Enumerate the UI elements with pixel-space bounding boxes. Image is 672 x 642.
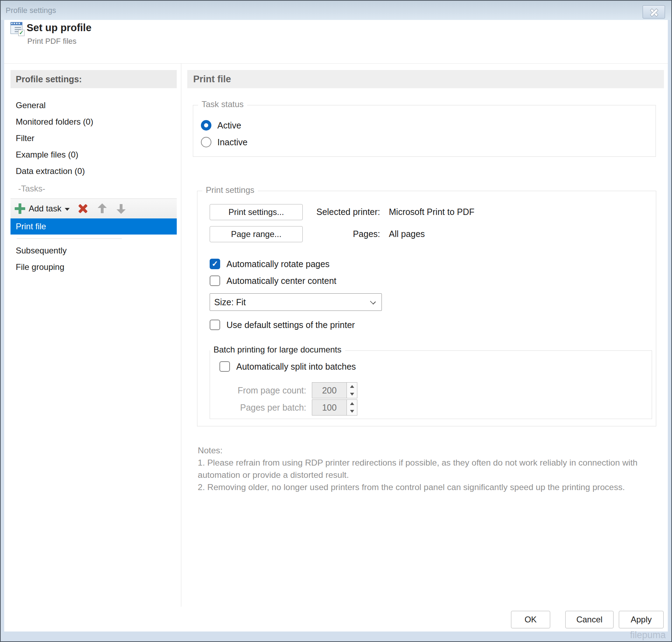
sidebar-item-monitored-folders[interactable]: Monitored folders (0) — [10, 113, 177, 130]
task-status-group: Task status Active Inactive — [193, 105, 656, 157]
sidebar-item-data-extraction[interactable]: Data extraction (0) — [10, 163, 177, 179]
note-line-1: 1. Please refrain from using RDP printer… — [198, 456, 660, 481]
batch-printing-group: Batch printing for large documents Autom… — [210, 350, 652, 419]
sidebar-item-general[interactable]: General — [10, 97, 177, 113]
print-settings-button[interactable]: Print settings... — [210, 204, 303, 220]
center-content-label[interactable]: Automatically center content — [226, 276, 336, 286]
profile-window-icon: ✓ — [10, 22, 24, 36]
batch-printing-legend: Batch printing for large documents — [210, 345, 345, 355]
use-default-checkbox[interactable] — [210, 320, 220, 330]
header-separator — [4, 63, 668, 64]
tasks-toolbar: Add task — [10, 198, 177, 218]
apply-button[interactable]: Apply — [619, 611, 664, 628]
page-range-button[interactable]: Page range... — [210, 226, 303, 242]
use-default-label[interactable]: Use default settings of the printer — [226, 320, 355, 330]
window-title: Profile settings — [6, 6, 56, 15]
selected-printer-value: Microsoft Print to PDF — [389, 207, 475, 217]
add-task-button[interactable]: Add task — [29, 204, 61, 214]
inactive-radio-label[interactable]: Inactive — [217, 137, 247, 147]
spin-up-icon[interactable] — [347, 400, 357, 407]
main-heading: Print file — [187, 70, 664, 88]
add-plus-icon[interactable] — [15, 203, 25, 214]
rotate-pages-checkbox[interactable]: ✓ — [210, 259, 220, 269]
close-icon — [650, 8, 658, 16]
size-select-value: Size: Fit — [214, 297, 246, 307]
sidebar: Profile settings: General Monitored fold… — [10, 70, 177, 275]
from-page-count-stepper[interactable]: 200 — [312, 382, 357, 398]
selected-printer-label: Selected printer: — [300, 207, 380, 217]
center-content-checkbox[interactable] — [210, 275, 220, 286]
sidebar-heading: Profile settings: — [10, 70, 177, 88]
delete-task-icon[interactable] — [78, 204, 88, 214]
dialog-content: ✓ Set up profile Print PDF files Profile… — [4, 20, 668, 631]
task-item-file-grouping[interactable]: File grouping — [10, 259, 177, 275]
print-settings-group: Print settings Print settings... Page ra… — [197, 191, 656, 426]
spin-down-icon[interactable] — [347, 407, 357, 415]
page-title: Set up profile — [27, 22, 91, 34]
from-page-count-label: From page count: — [231, 385, 306, 396]
ok-button[interactable]: OK — [511, 611, 550, 628]
chevron-down-icon[interactable] — [65, 208, 70, 211]
active-radio-label[interactable]: Active — [217, 120, 241, 131]
sidebar-item-example-files[interactable]: Example files (0) — [10, 146, 177, 163]
pages-per-batch-label: Pages per batch: — [231, 403, 306, 413]
page-subtitle: Print PDF files — [27, 37, 77, 46]
print-settings-legend: Print settings — [202, 185, 258, 195]
notes-block: Notes: 1. Please refrain from using RDP … — [198, 444, 660, 493]
tasks-section-label: -Tasks- — [10, 180, 177, 197]
chevron-down-icon — [370, 299, 376, 305]
split-batches-label[interactable]: Automatically split into batches — [236, 362, 356, 372]
spin-up-icon[interactable] — [347, 383, 357, 390]
active-radio[interactable] — [201, 120, 211, 131]
split-batches-checkbox[interactable] — [219, 361, 230, 372]
note-line-2: 2. Removing older, no longer used printe… — [198, 481, 660, 493]
task-item-subsequently[interactable]: Subsequently — [10, 242, 177, 259]
titlebar[interactable]: Profile settings — [1, 1, 671, 20]
notes-title: Notes: — [198, 444, 660, 456]
inactive-radio[interactable] — [201, 137, 211, 147]
size-select[interactable]: Size: Fit — [210, 293, 382, 311]
task-list-separator — [17, 238, 122, 239]
rotate-pages-label[interactable]: Automatically rotate pages — [226, 259, 330, 269]
sidebar-item-filter[interactable]: Filter — [10, 130, 177, 146]
task-item-print-file-selected[interactable]: Print file — [10, 218, 177, 235]
spin-down-icon[interactable] — [347, 390, 357, 398]
main-panel: Print file Task status Active Inactive P… — [187, 70, 668, 88]
pages-per-batch-value[interactable]: 100 — [312, 399, 347, 416]
checkmark-icon: ✓ — [19, 30, 23, 36]
watermark: filepuma — [630, 630, 666, 641]
move-up-icon[interactable] — [98, 203, 107, 214]
from-page-count-value[interactable]: 200 — [312, 382, 347, 398]
pages-value: All pages — [389, 229, 425, 239]
dialog-window: Profile settings ✓ Set up profile Print … — [0, 0, 672, 642]
pages-per-batch-stepper[interactable]: 100 — [312, 399, 357, 416]
pages-label: Pages: — [300, 229, 380, 239]
task-status-legend: Task status — [198, 99, 247, 109]
move-down-icon[interactable] — [117, 203, 126, 214]
close-button[interactable] — [643, 5, 665, 19]
cancel-button[interactable]: Cancel — [565, 611, 614, 628]
panel-divider — [181, 63, 181, 607]
